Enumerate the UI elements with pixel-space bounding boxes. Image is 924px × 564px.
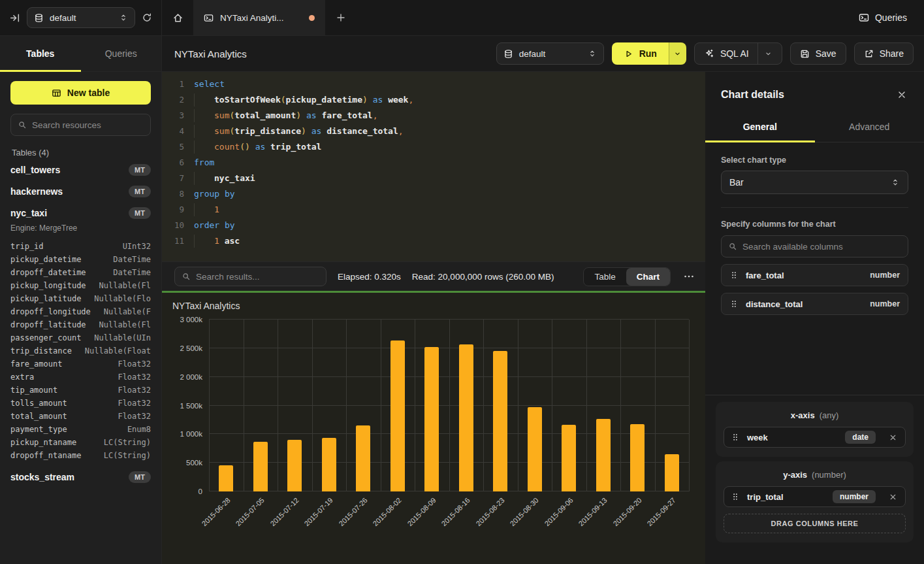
column-row: pickup_longitudeNullable(Fl <box>10 279 151 292</box>
code-line: 5count() as trip_total <box>162 139 705 155</box>
code-line: 91 <box>162 202 705 218</box>
new-tab-icon[interactable] <box>325 0 357 35</box>
chart-plot: 0500k1 000k1 500k2 000k2 500k3 000k2015-… <box>209 320 689 491</box>
available-column-chip[interactable]: distance_totalnumber <box>721 293 908 315</box>
gridline-v <box>483 320 484 491</box>
available-column-chip[interactable]: fare_totalnumber <box>721 264 908 286</box>
column-row: passenger_countNullable(UIn <box>10 331 151 344</box>
available-columns: fare_totalnumberdistance_totalnumber <box>721 264 908 315</box>
column-type: Float32 <box>118 386 151 395</box>
run-options-chevron[interactable] <box>669 42 686 65</box>
column-type: Nullable(Fl <box>99 281 151 290</box>
column-name: pickup_datetime <box>10 255 81 264</box>
tab-strip: NYTaxi Analyti... Queries <box>162 0 924 35</box>
gridline-v <box>620 320 621 491</box>
search-resources-input[interactable] <box>32 120 144 130</box>
y-axis-tick-label: 1 500k <box>180 402 202 410</box>
column-row: pickup_ntanameLC(String) <box>10 436 151 449</box>
view-toggle: Table Chart <box>583 267 671 286</box>
chart-title: NYTaxi Analytics <box>172 301 240 311</box>
more-options-icon[interactable] <box>682 271 696 282</box>
sql-editor[interactable]: 1select2toStartOfWeek(pickup_datetime) a… <box>162 72 705 261</box>
results-toolbar: Elapsed: 0.320s Read: 20,000,000 rows (2… <box>162 261 705 291</box>
close-icon[interactable] <box>897 90 907 100</box>
database-selector[interactable]: default <box>27 7 135 28</box>
tab-advanced[interactable]: Advanced <box>815 114 924 142</box>
new-table-label: New table <box>67 88 110 98</box>
axis-column-chip[interactable]: weekdate <box>724 427 906 448</box>
gridline-v <box>381 320 381 491</box>
code-line: 10order by <box>162 218 705 233</box>
sidebar-table-row[interactable]: hackernewsMT <box>10 180 151 202</box>
save-icon <box>800 49 810 59</box>
line-number: 2 <box>162 92 184 108</box>
new-table-button[interactable]: New table <box>10 81 151 105</box>
view-table-segment[interactable]: Table <box>584 268 626 286</box>
terminal-icon <box>859 12 869 23</box>
chart-bar <box>356 425 370 491</box>
chart-bar <box>287 440 302 491</box>
query-tab[interactable]: NYTaxi Analyti... <box>193 0 325 35</box>
line-number: 10 <box>162 218 184 233</box>
chart-bar <box>322 438 336 491</box>
search-results-input[interactable] <box>196 272 319 282</box>
code-text: sum(trip_distance) as distance_total, <box>194 124 404 139</box>
code-line: 6from <box>162 155 705 171</box>
code-text: nyc_taxi <box>194 171 255 186</box>
search-columns-input[interactable] <box>742 242 901 252</box>
sql-ai-button[interactable]: SQL AI <box>694 42 782 65</box>
line-number: 8 <box>162 186 184 202</box>
run-main[interactable]: Run <box>612 42 669 65</box>
sidebar-table-row[interactable]: nyc_taxiMT <box>10 202 151 224</box>
sidebar-tab-queries[interactable]: Queries <box>81 36 162 71</box>
gridline-v <box>586 320 587 491</box>
save-button[interactable]: Save <box>790 42 846 65</box>
column-type: Float32 <box>118 373 151 382</box>
column-name: dropoff_latitude <box>10 320 86 329</box>
code-text: 1 <box>194 202 219 218</box>
chart-type-select[interactable]: Bar <box>721 171 908 194</box>
remove-icon[interactable] <box>889 493 897 501</box>
run-button[interactable]: Run <box>612 42 686 65</box>
sidebar-tab-tables[interactable]: Tables <box>0 36 81 71</box>
column-row: pickup_datetimeDateTime <box>10 253 151 266</box>
column-chip-name: week <box>747 433 768 442</box>
gridline-v <box>278 320 278 491</box>
column-type: Float32 <box>118 412 151 421</box>
line-number: 5 <box>162 139 184 155</box>
chart-bar <box>459 344 473 491</box>
code-text: count() as trip_total <box>194 139 321 155</box>
chart-bar <box>596 419 611 491</box>
save-label: Save <box>816 48 836 59</box>
home-icon[interactable] <box>162 0 193 35</box>
chevron-down-icon <box>764 50 773 58</box>
sidebar-table-row[interactable]: cell_towersMT <box>10 159 151 180</box>
sidebar-table-row[interactable]: stocks_streamMT <box>10 466 151 488</box>
column-name: extra <box>10 373 34 382</box>
tab-general[interactable]: General <box>705 114 815 142</box>
column-type: Nullable(Flo <box>94 294 151 303</box>
code-line: 4sum(trip_distance) as distance_total, <box>162 124 705 139</box>
column-name: tolls_amount <box>10 399 67 408</box>
column-name: passenger_count <box>10 333 81 342</box>
column-row: trip_idUInt32 <box>10 240 151 253</box>
share-button[interactable]: Share <box>854 42 914 65</box>
queries-button[interactable]: Queries <box>859 12 907 23</box>
collapse-sidebar-icon[interactable] <box>9 12 20 24</box>
run-label: Run <box>639 48 657 59</box>
view-chart-segment[interactable]: Chart <box>626 268 670 286</box>
column-chip-name: fare_total <box>746 271 784 280</box>
remove-icon[interactable] <box>889 433 897 442</box>
sql-ai-chevron[interactable] <box>757 43 776 64</box>
column-name: dropoff_datetime <box>10 268 86 277</box>
drop-zone[interactable]: DRAG COLUMNS HERE <box>724 514 906 533</box>
column-name: trip_distance <box>10 346 72 356</box>
column-name: trip_id <box>10 242 44 251</box>
y-axis-chips: trip_totalnumber <box>724 486 906 507</box>
axis-column-chip[interactable]: trip_totalnumber <box>724 486 906 507</box>
query-database-selector[interactable]: default <box>496 42 604 65</box>
query-tab-title: NYTaxi Analyti... <box>220 13 284 23</box>
query-database-name: default <box>519 49 546 59</box>
refresh-icon[interactable] <box>142 12 152 23</box>
panel-header: Chart details <box>705 72 924 114</box>
